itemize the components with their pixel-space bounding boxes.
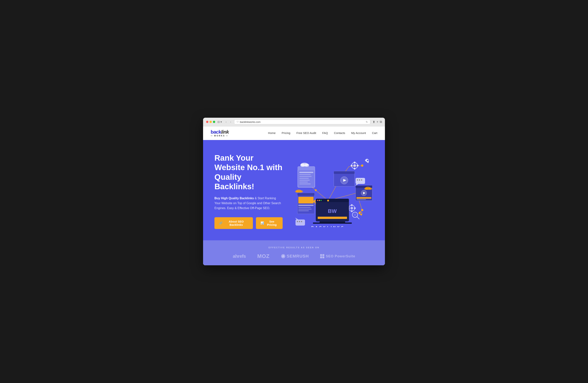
- hero-description: Buy High Quality Backlinks & Start Ranki…: [214, 196, 283, 211]
- svg-point-75: [317, 200, 318, 201]
- svg-rect-37: [351, 204, 353, 206]
- svg-point-12: [361, 209, 363, 211]
- refresh-button[interactable]: ↻: [366, 120, 368, 123]
- backlinks-illustration: BW BACKLINKS: [283, 155, 374, 227]
- svg-rect-21: [299, 184, 311, 184]
- address-bar[interactable]: 🛡 backlinkworks.com ↻: [234, 120, 370, 124]
- about-seo-backlinks-button[interactable]: 🔗 About SEO Backlinks: [214, 217, 253, 229]
- svg-rect-42: [334, 171, 355, 174]
- hero-illustration: BW BACKLINKS: [283, 155, 374, 227]
- sidebar-toggle-button[interactable]: ⊡ ▾: [217, 120, 222, 123]
- svg-rect-70: [297, 221, 298, 222]
- nav-item-home[interactable]: Home: [268, 131, 276, 135]
- browser-titlebar: ⊡ ▾ ‹ › 🛡 backlinkworks.com ↻ ⬆ + ⧉: [203, 118, 385, 126]
- nav-link-pricing[interactable]: Pricing: [282, 131, 290, 134]
- svg-point-27: [299, 190, 303, 193]
- nav-links: Home Pricing Free SEO Audit FAQ Contacts…: [268, 131, 377, 135]
- nav-item-seo-audit[interactable]: Free SEO Audit: [296, 131, 316, 135]
- minimize-dot[interactable]: [210, 121, 212, 123]
- svg-rect-71: [299, 221, 300, 222]
- link-icon: 🔗: [219, 221, 223, 225]
- svg-rect-68: [295, 219, 305, 226]
- logo-text: backlink: [211, 129, 229, 134]
- svg-point-26: [295, 190, 299, 193]
- svg-rect-38: [351, 210, 353, 212]
- svg-rect-47: [357, 179, 358, 181]
- svg-rect-48: [359, 179, 360, 181]
- nav-link-seo-audit[interactable]: Free SEO Audit: [296, 131, 316, 134]
- svg-point-64: [360, 212, 362, 214]
- logo-sub: WORKS: [211, 135, 229, 137]
- lock-icon: 🛡: [237, 121, 239, 123]
- brand-semrush: SEMRUSH: [281, 254, 309, 259]
- nav-link-home[interactable]: Home: [268, 131, 276, 134]
- forward-button[interactable]: ›: [230, 120, 232, 124]
- url-text: backlinkworks.com: [240, 120, 260, 123]
- svg-rect-20: [299, 182, 308, 182]
- hero-title: Rank Your Website No.1 with Quality Back…: [214, 153, 283, 192]
- about-btn-label: About SEO Backlinks: [224, 220, 248, 226]
- close-dot[interactable]: [206, 121, 208, 123]
- semrush-icon: [281, 254, 285, 258]
- svg-point-23: [300, 164, 305, 167]
- svg-rect-61: [298, 209, 312, 210]
- nav-item-faq[interactable]: FAQ: [322, 131, 328, 135]
- brands-label: EFFECTIVE RESULTS AS SEEN ON: [214, 246, 374, 249]
- svg-point-66: [354, 213, 357, 216]
- see-pricing-button[interactable]: 📊 See Pricing: [256, 217, 283, 229]
- svg-rect-18: [299, 178, 309, 179]
- navbar: backlink WORKS Home Pricing Free SEO Aud…: [203, 126, 385, 140]
- svg-rect-57: [297, 193, 315, 196]
- svg-rect-55: [357, 199, 366, 200]
- hero-desc-strong: Buy High Quality Backlinks: [214, 197, 254, 200]
- nav-link-contacts[interactable]: Contacts: [334, 131, 345, 134]
- svg-rect-14: [298, 167, 315, 170]
- logo-link: link: [221, 129, 229, 135]
- svg-rect-31: [354, 168, 355, 170]
- svg-point-77: [320, 200, 322, 201]
- logo-back: back: [211, 129, 221, 135]
- svg-rect-45: [356, 178, 365, 184]
- logo[interactable]: backlink WORKS: [211, 129, 229, 137]
- svg-rect-79: [318, 217, 347, 219]
- nav-link-my-account[interactable]: My Account: [351, 131, 366, 134]
- nav-item-contacts[interactable]: Contacts: [334, 131, 345, 135]
- svg-rect-60: [298, 207, 311, 208]
- svg-line-67: [357, 217, 359, 219]
- svg-point-11: [361, 164, 363, 167]
- hero-section: Rank Your Website No.1 with Quality Back…: [203, 140, 385, 240]
- website-content: backlink WORKS Home Pricing Free SEO Aud…: [203, 126, 385, 265]
- svg-rect-81: [313, 223, 352, 224]
- svg-rect-62: [298, 211, 309, 211]
- svg-text:BACKLINKS: BACKLINKS: [311, 226, 345, 227]
- svg-point-86: [315, 189, 317, 191]
- browser-dots: [206, 121, 215, 123]
- new-tab-button[interactable]: +: [377, 120, 378, 124]
- nav-item-cart[interactable]: Cart: [372, 131, 377, 135]
- svg-rect-39: [354, 207, 356, 209]
- nav-link-cart[interactable]: Cart: [372, 131, 377, 134]
- svg-point-76: [319, 200, 320, 201]
- back-button[interactable]: ‹: [225, 120, 227, 124]
- hero-content: Rank Your Website No.1 with Quality Back…: [214, 153, 283, 229]
- nav-item-pricing[interactable]: Pricing: [282, 131, 290, 135]
- brand-moz: MOZ: [257, 253, 270, 259]
- svg-point-36: [350, 207, 353, 210]
- maximize-dot[interactable]: [213, 121, 215, 123]
- browser-window: ⊡ ▾ ‹ › 🛡 backlinkworks.com ↻ ⬆ + ⧉ back…: [203, 118, 385, 265]
- svg-point-34: [367, 160, 368, 161]
- svg-rect-49: [361, 179, 362, 181]
- svg-rect-16: [299, 174, 311, 175]
- share-button[interactable]: ⬆: [373, 120, 375, 124]
- svg-point-88: [281, 254, 285, 258]
- nav-item-my-account[interactable]: My Account: [351, 131, 366, 135]
- svg-point-87: [327, 200, 329, 202]
- svg-rect-15: [299, 172, 313, 173]
- hero-buttons: 🔗 About SEO Backlinks 📊 See Pricing: [214, 217, 283, 229]
- svg-rect-72: [301, 221, 302, 222]
- nav-link-faq[interactable]: FAQ: [322, 131, 328, 134]
- tabs-button[interactable]: ⧉: [380, 120, 382, 124]
- svg-rect-59: [298, 205, 314, 206]
- brands-logos: ahrefs MOZ SEMRUSH: [214, 253, 374, 259]
- brand-seopowersuite: SEO PowerSuite: [320, 254, 355, 258]
